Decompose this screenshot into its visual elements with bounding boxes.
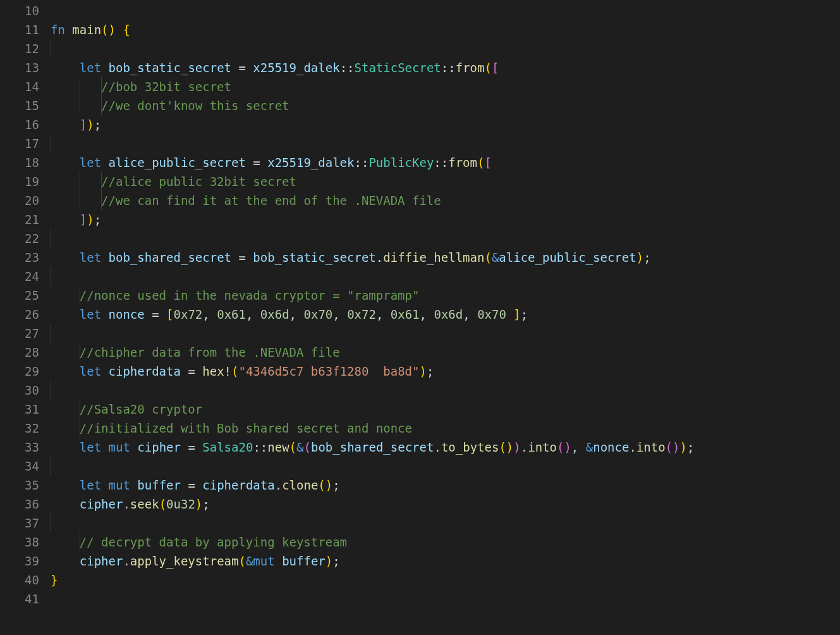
token-cmt: //chipher data from the .NEVADA file [80,345,340,359]
token-punct [116,23,123,37]
token-punct [101,156,108,170]
token-cmt: //alice public 32bit secret [101,175,296,188]
token-punct [51,478,80,492]
token-cmt: // decrypt data by applying keystream [80,535,347,549]
token-punct: ; [687,440,694,454]
token-cmt: //bob 32bit secret [101,80,231,94]
code-line[interactable]: let bob_shared_secret = bob_static_secre… [51,248,840,267]
code-line[interactable] [51,514,840,533]
token-kw: mut [253,554,274,568]
token-num: 0x72 [174,307,203,321]
token-brace2: ) [419,364,426,378]
token-fnname: to_bytes [441,440,499,454]
line-number: 32 [0,419,39,438]
token-cmt: //initialized with Bob shared secret and… [80,421,412,435]
token-brace2: ( [484,250,491,264]
code-line[interactable]: ]); [51,115,840,134]
token-brace2: () [499,440,513,454]
code-line[interactable]: //initialized with Bob shared secret and… [51,419,840,438]
token-punct: . [123,554,130,568]
token-punct [51,364,80,378]
code-line[interactable] [51,39,840,58]
code-line[interactable]: let nonce = [0x72, 0x61, 0x6d, 0x70, 0x7… [51,305,840,324]
token-brace2: ( [289,440,296,454]
code-line[interactable]: //nonce used in the nevada cryptor = "ra… [51,286,840,305]
token-fnname: into [636,440,666,454]
token-num: 0x6d [434,307,463,321]
token-fnname: diffie_hellman [383,250,484,264]
code-line[interactable]: // decrypt data by applying keystream [51,533,840,552]
line-number: 29 [0,362,39,381]
token-fnname: from [456,61,485,75]
code-line[interactable]: //bob 32bit secret [51,77,840,96]
token-punct: = [181,440,202,454]
code-line[interactable]: let bob_static_secret = x25519_dalek::St… [51,58,840,77]
token-punct: ; [643,250,650,264]
line-number: 40 [0,570,39,589]
token-punct: . [376,250,383,264]
token-punct: , [332,307,347,321]
token-punct [51,99,80,113]
code-area[interactable]: fn main() { let bob_static_secret = x255… [51,1,840,608]
token-kw: fn [51,23,72,37]
code-line[interactable]: //Salsa20 cryptor [51,400,840,419]
token-punct [51,250,80,264]
token-str: "4346d5c7 b63f1280 ba8d" [238,364,419,378]
code-line[interactable] [51,134,840,153]
token-punct [51,288,80,302]
token-cmt: //Salsa20 cryptor [80,402,202,416]
code-line[interactable]: //we dont'know this secret [51,96,840,115]
code-line[interactable] [51,381,840,400]
token-brace: [ [484,156,491,170]
line-number: 27 [0,324,39,343]
line-number: 24 [0,267,39,286]
token-brace: ] [80,213,87,226]
code-line[interactable]: cipher.seek(0u32); [51,495,840,514]
token-punct [51,554,80,568]
token-var: alice_public_secret [499,250,636,264]
token-punct: = [231,250,253,264]
token-punct [51,402,80,416]
code-editor: 1011121314151617181920212223242526272829… [0,0,840,608]
code-line[interactable] [51,324,840,343]
token-punct [51,535,80,549]
code-line[interactable]: } [51,570,840,589]
token-brace2: ) [87,213,94,226]
line-number: 14 [0,77,39,96]
code-line[interactable]: let cipherdata = hex!("4346d5c7 b63f1280… [51,362,840,381]
token-brace2: } [51,573,58,587]
token-punct: = [231,61,253,75]
code-line[interactable]: ]); [51,210,840,229]
token-brace2: () [101,23,116,37]
line-number: 12 [0,39,39,58]
token-punct [51,175,80,188]
token-fnname: clone [282,478,318,492]
token-punct: = [181,478,202,492]
line-number: 22 [0,229,39,248]
code-line[interactable]: //we can find it at the end of the .NEVA… [51,191,840,210]
code-line[interactable] [51,589,840,608]
code-line[interactable]: cipher.apply_keystream(&mut buffer); [51,552,840,570]
token-punct [101,307,108,321]
token-punct [51,497,80,511]
line-number: 11 [0,20,39,39]
token-punct: ; [332,554,339,568]
token-punct [101,364,108,378]
line-number: 33 [0,438,39,457]
code-line[interactable]: fn main() { [51,20,840,39]
code-line[interactable]: let alice_public_secret = x25519_dalek::… [51,153,840,172]
code-line[interactable] [51,1,840,20]
token-punct: , [571,440,586,454]
code-line[interactable]: let mut cipher = Salsa20::new(&(bob_shar… [51,438,840,457]
code-line[interactable]: let mut buffer = cipherdata.clone(); [51,476,840,495]
code-line[interactable] [51,267,840,286]
token-var: alice_public_secret [109,156,246,170]
token-punct [80,175,101,188]
code-line[interactable]: //alice public 32bit secret [51,172,840,191]
token-kw: mut [109,478,130,492]
code-line[interactable] [51,229,840,248]
indent-guide [51,457,51,476]
code-line[interactable] [51,457,840,476]
code-line[interactable]: //chipher data from the .NEVADA file [51,343,840,362]
token-punct: , [246,307,260,321]
